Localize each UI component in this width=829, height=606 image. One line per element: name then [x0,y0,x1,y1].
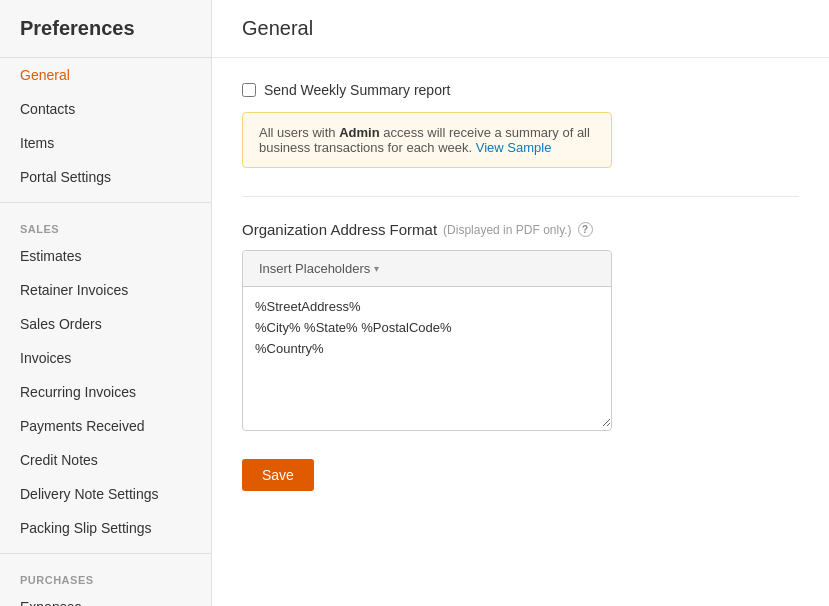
info-text-prefix: All users with [259,125,339,140]
sidebar-item-recurring-invoices[interactable]: Recurring Invoices [0,375,211,409]
caret-icon: ▾ [374,263,379,274]
sidebar-item-delivery-note-settings[interactable]: Delivery Note Settings [0,477,211,511]
sidebar-item-invoices[interactable]: Invoices [0,341,211,375]
weekly-summary-label: Send Weekly Summary report [264,82,450,98]
save-button[interactable]: Save [242,459,314,491]
sidebar-divider-2 [0,553,211,554]
main-header: General [212,0,829,58]
address-editor: Insert Placeholders ▾ [242,250,612,431]
sidebar-item-portal-settings[interactable]: Portal Settings [0,160,211,194]
address-editor-toolbar: Insert Placeholders ▾ [243,251,611,287]
sidebar: Preferences GeneralContactsItemsPortal S… [0,0,212,606]
address-format-title: Organization Address Format (Displayed i… [242,221,799,238]
address-textarea[interactable] [243,287,611,427]
sidebar-section-sales: SALES [0,211,211,239]
weekly-summary-checkbox[interactable] [242,83,256,97]
sidebar-item-retainer-invoices[interactable]: Retainer Invoices [0,273,211,307]
info-box: All users with Admin access will receive… [242,112,612,168]
address-format-title-text: Organization Address Format [242,221,437,238]
sidebar-item-sales-orders[interactable]: Sales Orders [0,307,211,341]
view-sample-link[interactable]: View Sample [476,140,552,155]
sidebar-item-general[interactable]: General [0,58,211,92]
sidebar-divider-1 [0,202,211,203]
weekly-summary-row: Send Weekly Summary report [242,82,799,98]
main-content: General Send Weekly Summary report All u… [212,0,829,606]
main-body: Send Weekly Summary report All users wit… [212,58,829,515]
sidebar-item-items[interactable]: Items [0,126,211,160]
sidebar-item-expenses[interactable]: Expenses [0,590,211,606]
page-title: General [242,17,313,40]
sidebar-section-purchases: PURCHASES [0,562,211,590]
section-divider [242,196,799,197]
insert-placeholders-button[interactable]: Insert Placeholders ▾ [255,259,383,278]
sidebar-item-estimates[interactable]: Estimates [0,239,211,273]
help-icon[interactable]: ? [578,222,593,237]
sidebar-item-contacts[interactable]: Contacts [0,92,211,126]
placeholder-btn-label: Insert Placeholders [259,261,370,276]
sidebar-title: Preferences [0,0,211,58]
sidebar-item-payments-received[interactable]: Payments Received [0,409,211,443]
sidebar-item-packing-slip-settings[interactable]: Packing Slip Settings [0,511,211,545]
info-bold: Admin [339,125,379,140]
sidebar-item-credit-notes[interactable]: Credit Notes [0,443,211,477]
address-format-subtitle: (Displayed in PDF only.) [443,223,571,237]
